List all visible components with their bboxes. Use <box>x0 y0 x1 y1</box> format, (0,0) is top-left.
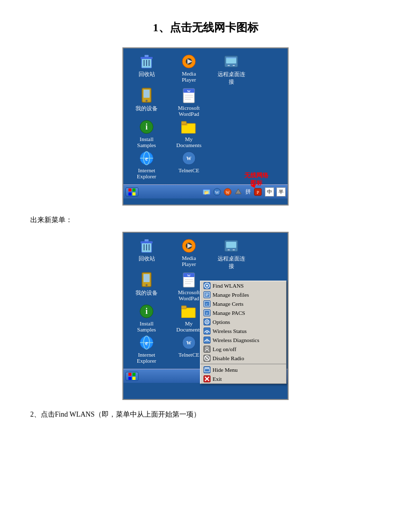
mydevice-icon-2 <box>139 272 155 288</box>
mydocs-label-2: MyDocuments <box>176 320 201 332</box>
menu-item-manage-profiles[interactable]: Manage Profiles <box>200 290 286 299</box>
start-button-2[interactable] <box>125 372 139 381</box>
svg-marker-45 <box>235 189 241 194</box>
menu-item-logon[interactable]: Log on/off <box>200 345 286 354</box>
svg-rect-35 <box>128 188 131 191</box>
wireless-status-icon <box>203 327 211 335</box>
recyclebin-label-1: 回收站 <box>139 71 155 78</box>
svg-rect-61 <box>233 249 235 250</box>
svg-rect-59 <box>226 242 236 248</box>
menu-label-find-wlans: Find WLANS <box>213 283 244 289</box>
recyclebin-icon <box>139 53 155 70</box>
menu-item-find-wlans[interactable]: Find WLANS <box>200 281 286 290</box>
mydocs-icon-2 <box>181 303 197 319</box>
mediaplayer-icon-2 <box>181 238 197 254</box>
disable-radio-icon <box>203 355 211 362</box>
remote-label-1: 远程桌面连接 <box>218 71 245 86</box>
exit-icon <box>203 375 211 382</box>
wordpad-label-2: MicrosoftWordPad <box>178 289 199 301</box>
svg-rect-104 <box>132 373 135 376</box>
icon-mediaplayer-2[interactable]: MediaPlayer <box>171 238 207 270</box>
svg-point-92 <box>207 321 208 323</box>
menu-separator <box>200 364 286 364</box>
icon-remote-2[interactable]: 远程桌面连接 <box>213 238 249 270</box>
wireless-arrow: ◄ <box>249 182 256 190</box>
icon-wordpad-1[interactable]: W MicrosoftWordPad <box>171 88 207 117</box>
desktop-icons-1: 回收站 MediaPlayer <box>123 48 288 184</box>
icon-mydevice-2[interactable]: 我的设备 <box>128 272 165 301</box>
wireless-diag-icon <box>203 337 211 344</box>
ie-icon-2: e <box>139 335 155 351</box>
context-menu: Find WLANS Manage Profiles C Manage Cert… <box>200 281 287 384</box>
mydocs-label-1: MyDocuments <box>176 136 201 148</box>
menu-item-manage-certs[interactable]: C Manage Certs <box>200 299 286 308</box>
icon-mydevice-1[interactable]: 我的设备 <box>128 88 165 117</box>
menu-item-exit[interactable]: Exit <box>200 374 286 383</box>
desktop-screenshot-2: 回收站 MediaPlayer <box>122 232 289 400</box>
svg-rect-1 <box>141 57 153 59</box>
svg-rect-103 <box>128 373 131 376</box>
telnetce-label-2: TelnetCE <box>178 352 199 358</box>
icon-recyclebin-2[interactable]: 回收站 <box>128 238 165 270</box>
page-title-1: 1、点击无线网卡图标 <box>30 20 381 35</box>
taskbar-right-1: 📁 W W 拼 P 中 半 <box>202 187 286 196</box>
icon-telnetce-1[interactable]: W TelnetCE <box>171 150 207 179</box>
menu-label-options: Options <box>213 319 230 325</box>
wordpad-icon-1: W <box>181 88 197 104</box>
wireless-annotation: 无线网络图标 <box>244 172 268 187</box>
menu-label-disable-radio: Disable Radio <box>213 355 244 361</box>
icon-mydocs-1[interactable]: MyDocuments <box>171 119 207 148</box>
menu-item-hide-menu[interactable]: Hide Menu <box>200 365 286 374</box>
svg-rect-16 <box>144 90 150 98</box>
empty-icon-2 <box>223 119 239 135</box>
svg-text:i: i <box>146 307 148 315</box>
svg-rect-63 <box>144 274 150 282</box>
icon-ie-1[interactable]: e InternetExplorer <box>128 150 165 179</box>
mediaplayer-label-2: MediaPlayer <box>182 255 196 267</box>
menu-item-wireless-status[interactable]: Wireless Status <box>200 326 286 336</box>
mydevice-icon-1 <box>139 88 155 104</box>
taskbar-wireless-icon-1[interactable]: W <box>223 187 232 196</box>
svg-rect-106 <box>132 377 135 380</box>
remote-label-2: 远程桌面连接 <box>218 255 245 270</box>
find-wlans-icon <box>203 282 211 289</box>
icon-recyclebin-1[interactable]: 回收站 <box>128 53 165 86</box>
empty-icon-1 <box>223 88 239 104</box>
menu-item-wireless-diagnostics[interactable]: Wireless Diagnostics <box>200 336 286 345</box>
icon-mediaplayer-1[interactable]: MediaPlayer <box>171 53 207 86</box>
icon-empty-1 <box>213 88 249 117</box>
remote-icon-2 <box>223 238 239 254</box>
svg-text:📁: 📁 <box>204 190 209 195</box>
icon-empty-2 <box>213 119 249 148</box>
install-icon-2: i <box>139 303 155 319</box>
svg-point-64 <box>146 284 148 286</box>
svg-point-82 <box>206 285 208 287</box>
svg-text:W: W <box>226 190 230 195</box>
wordpad-label-1: MicrosoftWordPad <box>178 105 199 117</box>
icon-ie-2[interactable]: e InternetExplorer <box>128 335 165 364</box>
svg-rect-49 <box>141 241 153 243</box>
icon-remote-1[interactable]: 远程桌面连接 <box>213 53 249 86</box>
svg-rect-28 <box>181 121 186 124</box>
svg-rect-74 <box>181 306 186 309</box>
manage-certs-icon: C <box>203 300 211 307</box>
svg-rect-50 <box>145 239 149 241</box>
menu-item-disable-radio[interactable]: Disable Radio <box>200 354 286 363</box>
mydocs-icon-1 <box>181 119 197 135</box>
svg-text:W: W <box>187 274 191 278</box>
desktop-screenshot-1: 回收站 MediaPlayer <box>122 47 289 206</box>
icon-install-1[interactable]: i InstallSamples <box>128 119 165 148</box>
recyclebin-icon-2 <box>139 238 155 254</box>
mediaplayer-label-1: MediaPlayer <box>182 71 196 83</box>
start-button-1[interactable] <box>125 187 139 196</box>
icon-install-2[interactable]: i InstallSamples <box>128 303 165 332</box>
telnetce-icon-2: W <box>181 335 197 351</box>
lang-badge-1: 中 <box>265 187 274 196</box>
menu-item-options[interactable]: Options <box>200 317 286 326</box>
desktop-area-1: 回收站 MediaPlayer <box>123 48 288 205</box>
menu-item-manage-pacs[interactable]: P Manage PACS <box>200 308 286 317</box>
svg-rect-12 <box>228 65 230 66</box>
svg-rect-99 <box>204 369 210 372</box>
svg-rect-38 <box>132 192 135 195</box>
svg-text:P: P <box>206 312 208 315</box>
